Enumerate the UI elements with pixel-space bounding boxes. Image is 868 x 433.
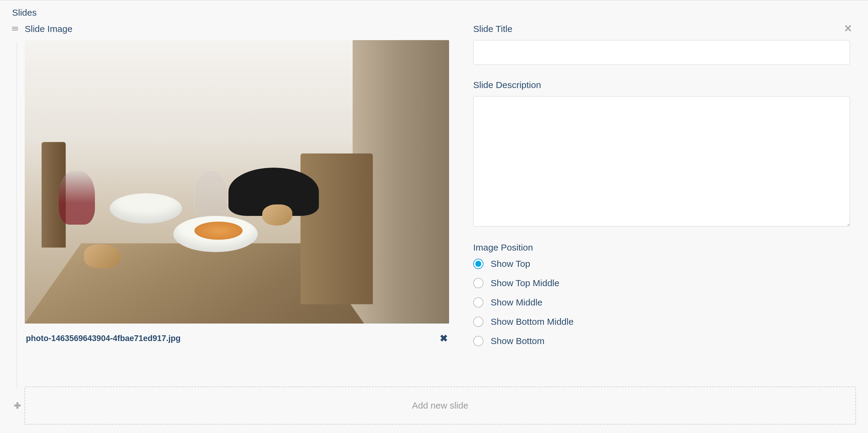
slides-section-label: Slides bbox=[12, 7, 856, 18]
slide-image-column: Slide Image photo-1463569643904-4fbae71e… bbox=[12, 24, 449, 361]
slide-fields-column: × Slide Title Slide Description Image Po… bbox=[473, 24, 856, 361]
image-position-option[interactable]: Show Middle bbox=[473, 297, 850, 308]
slide-image-label: Slide Image bbox=[25, 24, 449, 34]
image-position-option[interactable]: Show Bottom bbox=[473, 336, 850, 346]
image-position-option[interactable]: Show Top bbox=[473, 259, 850, 269]
slide-title-label: Slide Title bbox=[473, 24, 850, 34]
radio-icon[interactable] bbox=[473, 317, 484, 327]
radio-icon[interactable] bbox=[473, 259, 484, 269]
radio-label: Show Bottom Middle bbox=[491, 317, 574, 327]
slide-description-textarea[interactable] bbox=[473, 96, 850, 227]
radio-icon[interactable] bbox=[473, 336, 484, 346]
footer-actions: Save Save and close or Cancel bbox=[12, 425, 856, 433]
slide-image-preview[interactable] bbox=[25, 40, 449, 323]
image-position-radio-group: Show TopShow Top MiddleShow MiddleShow B… bbox=[473, 259, 850, 346]
slide-title-input[interactable] bbox=[473, 40, 850, 65]
radio-icon[interactable] bbox=[473, 278, 484, 288]
slide-item: Slide Image photo-1463569643904-4fbae71e… bbox=[12, 24, 856, 361]
remove-image-icon[interactable]: ✖ bbox=[440, 333, 448, 344]
radio-label: Show Top Middle bbox=[491, 278, 559, 288]
radio-label: Show Top bbox=[491, 259, 530, 269]
radio-label: Show Bottom bbox=[491, 336, 544, 346]
add-slide-plus-icon[interactable]: ✚ bbox=[12, 401, 23, 411]
image-position-option[interactable]: Show Top Middle bbox=[473, 278, 850, 288]
close-slide-icon[interactable]: × bbox=[844, 22, 852, 35]
radio-icon[interactable] bbox=[473, 297, 484, 308]
slide-image-filename: photo-1463569643904-4fbae71ed917.jpg bbox=[26, 334, 181, 343]
slide-description-label: Slide Description bbox=[473, 80, 850, 90]
add-new-slide-button[interactable]: Add new slide bbox=[24, 386, 856, 425]
image-position-label: Image Position bbox=[473, 242, 850, 253]
radio-label: Show Middle bbox=[491, 297, 542, 308]
image-position-option[interactable]: Show Bottom Middle bbox=[473, 317, 850, 327]
